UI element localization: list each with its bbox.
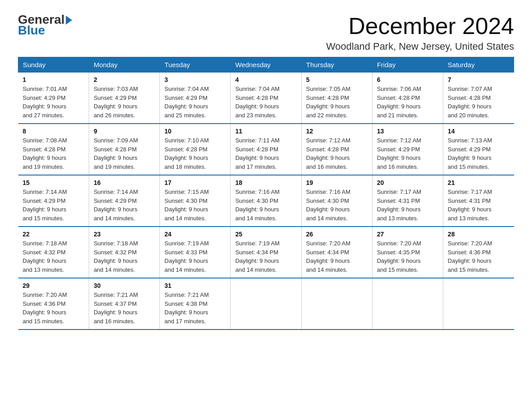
day-info: Sunrise: 7:01 AM Sunset: 4:29 PM Dayligh… xyxy=(23,85,85,120)
day-info: Sunrise: 7:04 AM Sunset: 4:28 PM Dayligh… xyxy=(235,85,296,120)
week-row-4: 22 Sunrise: 7:18 AM Sunset: 4:32 PM Dayl… xyxy=(18,227,514,278)
day-info: Sunrise: 7:05 AM Sunset: 4:28 PM Dayligh… xyxy=(306,85,368,120)
table-row: 21 Sunrise: 7:17 AM Sunset: 4:31 PM Dayl… xyxy=(443,175,514,227)
table-row: 9 Sunrise: 7:09 AM Sunset: 4:28 PM Dayli… xyxy=(89,124,160,175)
day-info: Sunrise: 7:21 AM Sunset: 4:38 PM Dayligh… xyxy=(164,291,226,325)
day-number: 30 xyxy=(94,282,155,289)
day-info: Sunrise: 7:13 AM Sunset: 4:29 PM Dayligh… xyxy=(448,136,510,171)
day-number: 24 xyxy=(164,231,226,238)
table-row: 7 Sunrise: 7:07 AM Sunset: 4:28 PM Dayli… xyxy=(443,73,514,124)
col-tuesday: Tuesday xyxy=(160,57,231,73)
day-number: 17 xyxy=(164,179,226,186)
day-number: 11 xyxy=(235,128,296,135)
day-info: Sunrise: 7:18 AM Sunset: 4:32 PM Dayligh… xyxy=(23,239,85,274)
table-row: 5 Sunrise: 7:05 AM Sunset: 4:28 PM Dayli… xyxy=(301,73,372,124)
page-header: General Blue December 2024 Woodland Park… xyxy=(18,13,514,52)
day-number: 4 xyxy=(235,76,296,83)
col-wednesday: Wednesday xyxy=(231,57,301,73)
day-number: 3 xyxy=(164,76,226,83)
day-number: 18 xyxy=(235,179,296,186)
day-info: Sunrise: 7:06 AM Sunset: 4:28 PM Dayligh… xyxy=(377,85,438,120)
day-info: Sunrise: 7:17 AM Sunset: 4:31 PM Dayligh… xyxy=(377,188,438,223)
calendar-title: December 2024 xyxy=(326,13,514,39)
table-row: 26 Sunrise: 7:20 AM Sunset: 4:34 PM Dayl… xyxy=(301,227,372,278)
table-row: 17 Sunrise: 7:15 AM Sunset: 4:30 PM Dayl… xyxy=(160,175,231,227)
table-row: 29 Sunrise: 7:20 AM Sunset: 4:36 PM Dayl… xyxy=(18,278,89,330)
day-number: 1 xyxy=(23,76,85,83)
table-row: 25 Sunrise: 7:19 AM Sunset: 4:34 PM Dayl… xyxy=(231,227,301,278)
day-number: 19 xyxy=(306,179,368,186)
day-info: Sunrise: 7:15 AM Sunset: 4:30 PM Dayligh… xyxy=(164,188,226,223)
table-row: 13 Sunrise: 7:12 AM Sunset: 4:29 PM Dayl… xyxy=(372,124,443,175)
day-number: 5 xyxy=(306,76,368,83)
day-number: 29 xyxy=(23,282,85,289)
table-row: 4 Sunrise: 7:04 AM Sunset: 4:28 PM Dayli… xyxy=(231,73,301,124)
day-number: 2 xyxy=(94,76,155,83)
logo: General Blue xyxy=(18,13,72,37)
calendar-header-row: Sunday Monday Tuesday Wednesday Thursday… xyxy=(18,57,514,73)
day-info: Sunrise: 7:20 AM Sunset: 4:34 PM Dayligh… xyxy=(306,239,368,274)
day-info: Sunrise: 7:11 AM Sunset: 4:28 PM Dayligh… xyxy=(235,136,296,171)
day-info: Sunrise: 7:16 AM Sunset: 4:30 PM Dayligh… xyxy=(306,188,368,223)
table-row: 1 Sunrise: 7:01 AM Sunset: 4:29 PM Dayli… xyxy=(18,73,89,124)
table-row: 16 Sunrise: 7:14 AM Sunset: 4:29 PM Dayl… xyxy=(89,175,160,227)
day-info: Sunrise: 7:19 AM Sunset: 4:33 PM Dayligh… xyxy=(164,239,226,274)
day-number: 12 xyxy=(306,128,368,135)
day-info: Sunrise: 7:20 AM Sunset: 4:35 PM Dayligh… xyxy=(377,239,438,274)
day-number: 14 xyxy=(448,128,510,135)
table-row xyxy=(372,278,443,330)
day-number: 31 xyxy=(164,282,226,289)
col-sunday: Sunday xyxy=(18,57,89,73)
day-info: Sunrise: 7:19 AM Sunset: 4:34 PM Dayligh… xyxy=(235,239,296,274)
table-row: 2 Sunrise: 7:03 AM Sunset: 4:29 PM Dayli… xyxy=(89,73,160,124)
col-saturday: Saturday xyxy=(443,57,514,73)
day-info: Sunrise: 7:07 AM Sunset: 4:28 PM Dayligh… xyxy=(448,85,510,120)
title-block: December 2024 Woodland Park, New Jersey,… xyxy=(326,13,514,52)
day-number: 10 xyxy=(164,128,226,135)
table-row xyxy=(443,278,514,330)
day-info: Sunrise: 7:14 AM Sunset: 4:29 PM Dayligh… xyxy=(23,188,85,223)
day-number: 13 xyxy=(377,128,438,135)
table-row: 14 Sunrise: 7:13 AM Sunset: 4:29 PM Dayl… xyxy=(443,124,514,175)
logo-blue: Blue xyxy=(18,24,72,37)
table-row: 18 Sunrise: 7:16 AM Sunset: 4:30 PM Dayl… xyxy=(231,175,301,227)
day-number: 7 xyxy=(448,76,510,83)
day-info: Sunrise: 7:12 AM Sunset: 4:28 PM Dayligh… xyxy=(306,136,368,171)
day-number: 21 xyxy=(448,179,510,186)
day-number: 22 xyxy=(23,231,85,238)
calendar-table: Sunday Monday Tuesday Wednesday Thursday… xyxy=(18,57,514,330)
day-number: 6 xyxy=(377,76,438,83)
table-row: 11 Sunrise: 7:11 AM Sunset: 4:28 PM Dayl… xyxy=(231,124,301,175)
day-info: Sunrise: 7:16 AM Sunset: 4:30 PM Dayligh… xyxy=(235,188,296,223)
day-info: Sunrise: 7:09 AM Sunset: 4:28 PM Dayligh… xyxy=(94,136,155,171)
col-friday: Friday xyxy=(372,57,443,73)
table-row: 15 Sunrise: 7:14 AM Sunset: 4:29 PM Dayl… xyxy=(18,175,89,227)
day-number: 23 xyxy=(94,231,155,238)
day-info: Sunrise: 7:08 AM Sunset: 4:28 PM Dayligh… xyxy=(23,136,85,171)
week-row-5: 29 Sunrise: 7:20 AM Sunset: 4:36 PM Dayl… xyxy=(18,278,514,330)
day-number: 9 xyxy=(94,128,155,135)
day-info: Sunrise: 7:18 AM Sunset: 4:32 PM Dayligh… xyxy=(94,239,155,274)
table-row: 30 Sunrise: 7:21 AM Sunset: 4:37 PM Dayl… xyxy=(89,278,160,330)
day-number: 16 xyxy=(94,179,155,186)
table-row: 31 Sunrise: 7:21 AM Sunset: 4:38 PM Dayl… xyxy=(160,278,231,330)
col-monday: Monday xyxy=(89,57,160,73)
table-row: 8 Sunrise: 7:08 AM Sunset: 4:28 PM Dayli… xyxy=(18,124,89,175)
table-row xyxy=(301,278,372,330)
day-number: 26 xyxy=(306,231,368,238)
table-row: 20 Sunrise: 7:17 AM Sunset: 4:31 PM Dayl… xyxy=(372,175,443,227)
day-info: Sunrise: 7:12 AM Sunset: 4:29 PM Dayligh… xyxy=(377,136,438,171)
table-row: 12 Sunrise: 7:12 AM Sunset: 4:28 PM Dayl… xyxy=(301,124,372,175)
day-number: 8 xyxy=(23,128,85,135)
day-info: Sunrise: 7:04 AM Sunset: 4:29 PM Dayligh… xyxy=(164,85,226,120)
day-number: 27 xyxy=(377,231,438,238)
week-row-3: 15 Sunrise: 7:14 AM Sunset: 4:29 PM Dayl… xyxy=(18,175,514,227)
day-number: 28 xyxy=(448,231,510,238)
day-info: Sunrise: 7:10 AM Sunset: 4:28 PM Dayligh… xyxy=(164,136,226,171)
day-info: Sunrise: 7:17 AM Sunset: 4:31 PM Dayligh… xyxy=(448,188,510,223)
table-row: 3 Sunrise: 7:04 AM Sunset: 4:29 PM Dayli… xyxy=(160,73,231,124)
table-row: 27 Sunrise: 7:20 AM Sunset: 4:35 PM Dayl… xyxy=(372,227,443,278)
day-info: Sunrise: 7:20 AM Sunset: 4:36 PM Dayligh… xyxy=(448,239,510,274)
table-row: 19 Sunrise: 7:16 AM Sunset: 4:30 PM Dayl… xyxy=(301,175,372,227)
table-row: 6 Sunrise: 7:06 AM Sunset: 4:28 PM Dayli… xyxy=(372,73,443,124)
